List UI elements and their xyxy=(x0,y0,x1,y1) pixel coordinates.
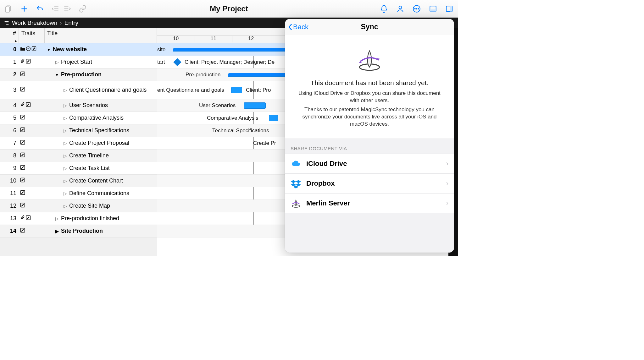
task-row[interactable]: 1▷Project Start xyxy=(0,56,157,68)
row-traits xyxy=(19,115,45,121)
row-traits xyxy=(19,228,45,234)
svg-rect-10 xyxy=(450,6,452,11)
documents-icon[interactable] xyxy=(4,4,13,14)
task-title: Client Questionnaire and goals xyxy=(69,87,147,93)
task-row[interactable]: 6▷Technical Specifications xyxy=(0,124,157,137)
outdent-icon[interactable] xyxy=(51,4,60,14)
task-row[interactable]: 14▶Site Production xyxy=(0,225,157,237)
task-outline: # Traits Title 0▼New website1▷Project St… xyxy=(0,28,157,256)
row-number: 12 xyxy=(0,203,19,209)
share-section-label: SHARE DOCUMENT VIA xyxy=(285,139,454,154)
bell-icon[interactable] xyxy=(379,4,389,14)
disclosure-icon[interactable]: ▼ xyxy=(55,72,59,77)
disclosure-icon[interactable]: ▷ xyxy=(63,166,67,171)
row-traits xyxy=(19,127,45,134)
task-title: Create Site Map xyxy=(69,203,110,209)
task-row[interactable]: 13▷Pre-production finished xyxy=(0,212,157,225)
disclosure-icon[interactable]: ▷ xyxy=(63,191,67,196)
task-title: Pre-production finished xyxy=(61,215,119,222)
disclosure-icon[interactable]: ▷ xyxy=(55,60,59,65)
row-number: 2 xyxy=(0,71,19,78)
edit-icon xyxy=(20,165,25,172)
gantt-label: Comparative Analysis xyxy=(207,115,258,121)
gantt-bar[interactable] xyxy=(231,87,242,93)
col-number[interactable]: # xyxy=(0,28,19,43)
disclosure-icon[interactable]: ▷ xyxy=(63,103,67,108)
gantt-bar[interactable] xyxy=(173,48,299,52)
add-icon[interactable] xyxy=(19,4,29,14)
row-traits xyxy=(19,71,45,78)
row-number: 4 xyxy=(0,102,19,109)
disclosure-icon[interactable]: ▷ xyxy=(63,128,67,133)
task-row[interactable]: 0▼New website xyxy=(0,43,157,56)
row-number: 3 xyxy=(0,87,19,93)
row-traits xyxy=(19,190,45,197)
task-row[interactable]: 9▷Create Task List xyxy=(0,162,157,175)
row-number: 13 xyxy=(0,215,19,222)
share-option-icloud[interactable]: iCloud Drive› xyxy=(285,154,454,174)
disclosure-icon[interactable]: ▷ xyxy=(63,153,67,158)
edit-icon xyxy=(20,115,25,121)
share-label: iCloud Drive xyxy=(306,160,441,168)
task-row[interactable]: 8▷Create Timeline xyxy=(0,150,157,162)
disclosure-icon[interactable]: ▷ xyxy=(63,88,67,93)
hierarchy-icon xyxy=(4,20,9,26)
row-title-cell: ▷Create Site Map xyxy=(45,203,157,209)
right-panel-icon[interactable] xyxy=(445,4,454,14)
col-traits[interactable]: Traits xyxy=(19,28,45,43)
edit-icon xyxy=(26,102,31,109)
more-icon[interactable] xyxy=(412,4,421,14)
svg-marker-34 xyxy=(293,185,298,188)
svg-marker-29 xyxy=(359,61,362,63)
sync-text-2: Thanks to our patented MagicSync technol… xyxy=(297,106,442,128)
disclosure-icon[interactable]: ▷ xyxy=(63,204,67,209)
row-title-cell: ▷Comparative Analysis xyxy=(45,115,157,121)
row-traits xyxy=(19,59,45,65)
edit-icon xyxy=(20,177,25,184)
row-title-cell: ▷Pre-production finished xyxy=(45,215,157,222)
share-option-merlin[interactable]: Merlin Server› xyxy=(285,194,454,213)
link-icon[interactable] xyxy=(78,4,87,14)
row-traits xyxy=(19,87,45,93)
disclosure-icon[interactable]: ▷ xyxy=(55,216,59,221)
svg-marker-33 xyxy=(296,183,301,186)
gantt-bar[interactable] xyxy=(269,115,278,121)
disclosure-icon[interactable]: ▼ xyxy=(47,47,51,52)
disclosure-icon[interactable]: ▷ xyxy=(63,141,67,146)
user-icon[interactable] xyxy=(396,4,405,14)
disclosure-icon[interactable]: ▶ xyxy=(55,229,59,234)
col-title[interactable]: Title xyxy=(45,28,157,43)
task-row[interactable]: 10▷Create Content Chart xyxy=(0,175,157,187)
breadcrumb-level1[interactable]: Work Breakdown xyxy=(12,19,57,26)
svg-marker-30 xyxy=(291,180,296,183)
row-title-cell: ▷User Scenarios xyxy=(45,102,157,109)
task-row[interactable]: 2▼Pre-production xyxy=(0,68,157,81)
sync-text-1: Using iCloud Drive or Dropbox you can sh… xyxy=(297,90,442,104)
edit-icon xyxy=(20,203,25,209)
gantt-label: tart xyxy=(157,59,165,65)
task-row[interactable]: 7▷Create Project Proposal xyxy=(0,137,157,150)
document-title: My Project xyxy=(210,4,248,13)
task-row[interactable]: 11▷Define Communications xyxy=(0,187,157,200)
disclosure-icon[interactable]: ▷ xyxy=(63,178,67,183)
milestone-icon[interactable] xyxy=(173,58,181,66)
back-button[interactable]: Back xyxy=(288,23,308,31)
row-number: 10 xyxy=(0,177,19,184)
svg-marker-31 xyxy=(296,180,301,183)
task-row[interactable]: 3▷Client Questionnaire and goals xyxy=(0,81,157,99)
task-row[interactable]: 4▷User Scenarios xyxy=(0,99,157,112)
share-option-dropbox[interactable]: Dropbox› xyxy=(285,174,454,194)
left-panel-icon[interactable] xyxy=(428,4,438,14)
row-number: 0 xyxy=(0,46,19,53)
svg-point-4 xyxy=(414,8,415,9)
gantt-bar[interactable] xyxy=(244,102,266,109)
task-row[interactable]: 12▷Create Site Map xyxy=(0,200,157,212)
indent-icon[interactable] xyxy=(62,4,72,14)
breadcrumb-level2[interactable]: Entry xyxy=(64,19,78,26)
task-row[interactable]: 5▷Comparative Analysis xyxy=(0,112,157,124)
sync-heading: This document has not been shared yet. xyxy=(294,79,445,87)
row-traits xyxy=(19,165,45,172)
undo-icon[interactable] xyxy=(35,4,45,14)
disclosure-icon[interactable]: ▷ xyxy=(63,116,67,121)
row-number: 1 xyxy=(0,59,19,65)
